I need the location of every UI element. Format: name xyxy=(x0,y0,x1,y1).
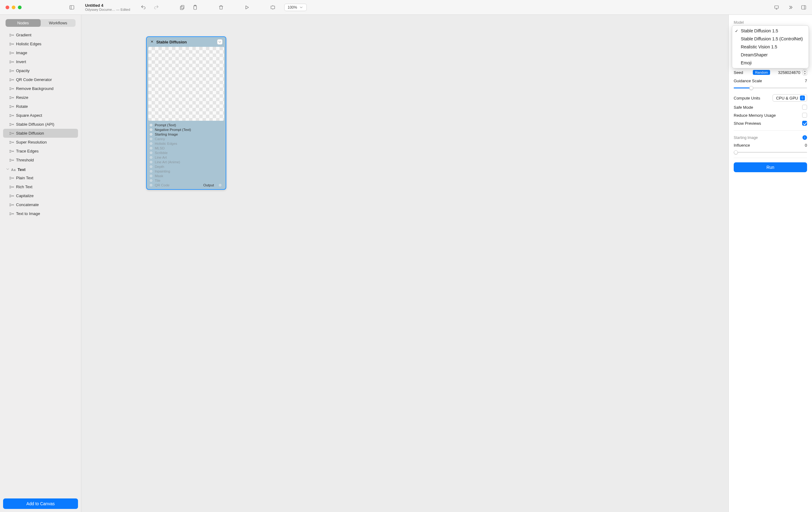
toggle-left-sidebar-button[interactable] xyxy=(68,4,76,10)
svg-point-26 xyxy=(13,61,14,62)
node-icon xyxy=(9,51,14,55)
influence-value[interactable]: 0 xyxy=(779,143,807,148)
influence-slider[interactable] xyxy=(734,150,807,155)
input-port[interactable]: Holistic Edges xyxy=(149,141,224,146)
text-glyph-icon: Aa xyxy=(11,168,16,172)
svg-point-68 xyxy=(13,195,14,196)
text-section-header[interactable]: Aa Text xyxy=(3,164,78,174)
run-button[interactable]: Run xyxy=(734,162,807,172)
minimize-window-button[interactable] xyxy=(12,5,16,9)
zoom-selector[interactable]: 100% xyxy=(284,4,307,11)
sidebar-item-concatenate[interactable]: Concatenate xyxy=(3,200,78,209)
titlebar: Untitled 4 Odyssey Docume… — Edited xyxy=(0,0,812,15)
node-icon xyxy=(9,212,14,216)
overflow-button[interactable] xyxy=(787,4,793,11)
svg-point-36 xyxy=(9,96,10,97)
seed-stepper[interactable]: ▲▼ xyxy=(803,69,807,76)
guidance-slider[interactable] xyxy=(734,85,807,90)
input-port[interactable]: Inpainting xyxy=(149,169,224,174)
sidebar-item-threshold[interactable]: Threshold xyxy=(3,156,78,164)
canvas[interactable]: Stable Diffusion Prompt (Text)Negative P… xyxy=(81,15,729,512)
seed-value[interactable]: 3258024670 xyxy=(773,70,800,75)
divider xyxy=(734,130,807,131)
sidebar-item-remove-background[interactable]: Remove Background xyxy=(3,84,78,93)
sidebar-item-opacity[interactable]: Opacity xyxy=(3,66,78,75)
sidebar-item-square-aspect[interactable]: Square Aspect xyxy=(3,111,78,120)
redo-button[interactable] xyxy=(153,4,160,11)
stable-diffusion-node[interactable]: Stable Diffusion Prompt (Text)Negative P… xyxy=(146,36,226,190)
copy-button[interactable] xyxy=(179,4,185,11)
seed-random-badge[interactable]: Random xyxy=(753,70,770,75)
input-port[interactable]: Prompt (Text) xyxy=(149,123,224,127)
model-option[interactable]: Stable Diffusion 1.5 xyxy=(732,27,809,35)
model-option[interactable]: Realistic Vision 1.5 xyxy=(732,43,809,51)
input-port[interactable]: MLSD xyxy=(149,146,224,150)
add-to-canvas-button[interactable]: Add to Canvas xyxy=(3,499,78,509)
guidance-value[interactable]: 7 xyxy=(779,79,807,83)
compute-units-select[interactable]: CPU & GPU xyxy=(773,94,807,102)
sidebar-item-resize[interactable]: Resize xyxy=(3,93,78,102)
present-button[interactable] xyxy=(773,4,780,11)
fit-to-screen-button[interactable] xyxy=(269,4,276,11)
safe-mode-checkbox[interactable] xyxy=(802,105,807,110)
node-header[interactable]: Stable Diffusion xyxy=(147,37,226,47)
input-port[interactable]: Negative Prompt (Text) xyxy=(149,127,224,132)
sidebar-item-label: Remove Background xyxy=(16,86,53,91)
chevron-updown-icon xyxy=(800,95,805,100)
tab-workflows[interactable]: Workflows xyxy=(41,19,76,27)
sidebar-item-gradient[interactable]: Gradient xyxy=(3,30,78,39)
sidebar-item-trace-edges[interactable]: Trace Edges xyxy=(3,147,78,156)
sidebar-item-stable-diffusion[interactable]: Stable Diffusion xyxy=(3,129,78,138)
node-icon xyxy=(9,69,14,73)
sidebar-tab-switch[interactable]: Nodes Workflows xyxy=(5,19,76,27)
sidebar-item-image[interactable]: Image xyxy=(3,48,78,57)
compute-units-value: CPU & GPU xyxy=(776,96,798,100)
input-port[interactable]: Scribble xyxy=(149,150,224,155)
sidebar-item-qr-code-generator[interactable]: QR Code Generator xyxy=(3,75,78,84)
svg-point-71 xyxy=(13,204,14,205)
reduce-memory-checkbox[interactable] xyxy=(802,113,807,118)
sidebar-item-text-to-image[interactable]: Text to Image xyxy=(3,209,78,218)
sidebar-item-stable-diffusion-api-[interactable]: Stable Diffusion (API) xyxy=(3,120,78,129)
node-collapse-button[interactable] xyxy=(217,39,223,45)
sidebar-item-label: Gradient xyxy=(16,33,31,37)
sidebar-item-rotate[interactable]: Rotate xyxy=(3,102,78,111)
sidebar-item-rich-text[interactable]: Rich Text xyxy=(3,182,78,191)
sidebar-item-invert[interactable]: Invert xyxy=(3,57,78,66)
undo-button[interactable] xyxy=(140,4,147,11)
svg-point-49 xyxy=(9,134,10,134)
input-port[interactable]: Line Art (Anime) xyxy=(149,159,224,164)
port-label: Depth xyxy=(155,165,164,169)
show-previews-checkbox[interactable] xyxy=(802,121,807,126)
input-port[interactable]: Mask xyxy=(149,174,224,178)
toggle-right-sidebar-button[interactable] xyxy=(800,4,807,11)
input-port[interactable]: Starting Image xyxy=(149,132,224,137)
tab-nodes[interactable]: Nodes xyxy=(5,19,41,27)
sidebar-item-plain-text[interactable]: Plain Text xyxy=(3,174,78,182)
svg-point-25 xyxy=(9,62,10,63)
input-port[interactable]: Line Art xyxy=(149,155,224,159)
model-option[interactable]: Stable Diffusion 1.5 (ControlNet) xyxy=(732,35,809,43)
paste-button[interactable] xyxy=(192,4,199,11)
sidebar-item-label: Stable Diffusion xyxy=(16,131,44,135)
info-icon[interactable]: i xyxy=(803,135,807,140)
svg-point-42 xyxy=(9,114,10,115)
zoom-window-button[interactable] xyxy=(18,5,22,9)
svg-point-37 xyxy=(9,98,10,99)
svg-point-62 xyxy=(13,177,14,178)
delete-button[interactable] xyxy=(218,4,225,11)
model-dropdown[interactable]: Stable Diffusion 1.5Stable Diffusion 1.5… xyxy=(732,25,809,68)
model-option[interactable]: Emoji xyxy=(732,59,809,67)
output-port-label: Output xyxy=(203,183,214,187)
input-port[interactable]: QR CodeOutput xyxy=(149,183,224,187)
sidebar-item-super-resolution[interactable]: Super Resolution xyxy=(3,138,78,147)
input-port[interactable]: Tile xyxy=(149,178,224,183)
svg-point-74 xyxy=(13,213,14,214)
sidebar-item-capitalize[interactable]: Capitalize xyxy=(3,191,78,200)
model-option[interactable]: DreamShaper xyxy=(732,51,809,59)
input-port[interactable]: Depth xyxy=(149,164,224,169)
close-window-button[interactable] xyxy=(5,5,9,9)
run-button-toolbar[interactable] xyxy=(243,4,250,11)
input-port[interactable]: Canny xyxy=(149,137,224,141)
sidebar-item-holistic-edges[interactable]: Holistic Edges xyxy=(3,39,78,48)
